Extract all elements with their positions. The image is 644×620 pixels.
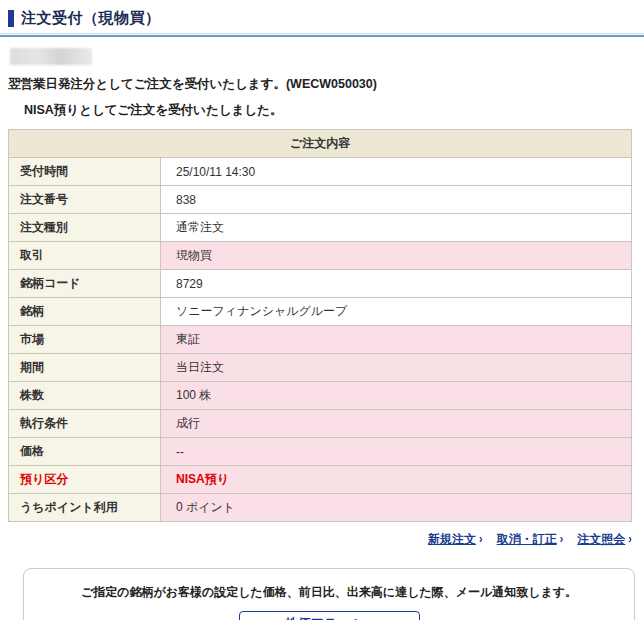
row-label: 注文番号 xyxy=(9,186,161,214)
row-label: 価格 xyxy=(9,438,161,466)
table-row: 注文種別通常注文 xyxy=(9,214,632,242)
table-row: 銘柄コード8729 xyxy=(9,270,632,298)
table-row: 期間当日注文 xyxy=(9,354,632,382)
chevron-right-icon: › xyxy=(628,532,632,545)
row-label: 注文種別 xyxy=(9,214,161,242)
row-value: 8729 xyxy=(161,270,632,298)
table-header-row: ご注文内容 xyxy=(9,130,632,158)
price-alert-panel: ご指定の銘柄がお客様の設定した価格、前日比、出来高に達した際、メール通知致します… xyxy=(23,568,635,620)
row-value: 現物買 xyxy=(161,242,632,270)
row-label: 銘柄コード xyxy=(9,270,161,298)
row-value: 25/10/11 14:30 xyxy=(161,158,632,186)
price-alert-message: ご指定の銘柄がお客様の設定した価格、前日比、出来高に達した際、メール通知致します… xyxy=(24,584,634,601)
row-label: 株数 xyxy=(9,382,161,410)
title-divider xyxy=(0,33,644,37)
table-header-label: ご注文内容 xyxy=(9,130,632,158)
table-row: 株数100 株 xyxy=(9,382,632,410)
row-value: 通常注文 xyxy=(161,214,632,242)
table-row: 預り区分NISA預り xyxy=(9,466,632,494)
row-value: -- xyxy=(161,438,632,466)
row-label: 執行条件 xyxy=(9,410,161,438)
redacted-account-name xyxy=(10,48,92,65)
table-row: 市場東証 xyxy=(9,326,632,354)
nisa-accepted-message: NISA預りとしてご注文を受付いたしました。 xyxy=(24,102,644,119)
order-table-body: ご注文内容 受付時間25/10/11 14:30注文番号838注文種別通常注文取… xyxy=(9,130,632,522)
row-value: 0 ポイント xyxy=(161,494,632,522)
row-value: 100 株 xyxy=(161,382,632,410)
link-new-order[interactable]: 新規注文 › xyxy=(428,532,483,546)
table-row: 価格-- xyxy=(9,438,632,466)
row-label: 銘柄 xyxy=(9,298,161,326)
title-accent-bar xyxy=(8,10,14,27)
link-order-inquiry[interactable]: 注文照会 › xyxy=(577,532,632,546)
table-row: 取引現物買 xyxy=(9,242,632,270)
table-row: 受付時間25/10/11 14:30 xyxy=(9,158,632,186)
row-value: ソニーフィナンシャルグループ xyxy=(161,298,632,326)
row-value: 成行 xyxy=(161,410,632,438)
chevron-right-icon: › xyxy=(560,532,564,545)
row-label: 期間 xyxy=(9,354,161,382)
order-action-links: 新規注文 ›取消・訂正 ›注文照会 › xyxy=(0,531,632,548)
page: 注文受付（現物買） 翌営業日発注分としてご注文を受付いたします。(WECW050… xyxy=(0,9,644,620)
row-label: 受付時間 xyxy=(9,158,161,186)
row-label: 取引 xyxy=(9,242,161,270)
page-header: 注文受付（現物買） xyxy=(8,9,644,28)
row-label: うちポイント利用 xyxy=(9,494,161,522)
row-value: NISA預り xyxy=(161,466,632,494)
row-value: 東証 xyxy=(161,326,632,354)
chevron-right-icon: › xyxy=(479,532,483,545)
stock-price-alert-button[interactable]: 株価アラート› xyxy=(239,611,420,620)
row-label: 市場 xyxy=(9,326,161,354)
page-title: 注文受付（現物買） xyxy=(21,9,161,28)
order-details-table: ご注文内容 受付時間25/10/11 14:30注文番号838注文種別通常注文取… xyxy=(8,129,632,522)
table-row: 執行条件成行 xyxy=(9,410,632,438)
order-accepted-message: 翌営業日発注分としてご注文を受付いたします。(WECW050030) xyxy=(8,76,644,93)
table-row: 注文番号838 xyxy=(9,186,632,214)
table-row: 銘柄ソニーフィナンシャルグループ xyxy=(9,298,632,326)
row-value: 当日注文 xyxy=(161,354,632,382)
table-row: うちポイント利用0 ポイント xyxy=(9,494,632,522)
link-cancel-correct[interactable]: 取消・訂正 › xyxy=(497,532,564,546)
row-label: 預り区分 xyxy=(9,466,161,494)
row-value: 838 xyxy=(161,186,632,214)
